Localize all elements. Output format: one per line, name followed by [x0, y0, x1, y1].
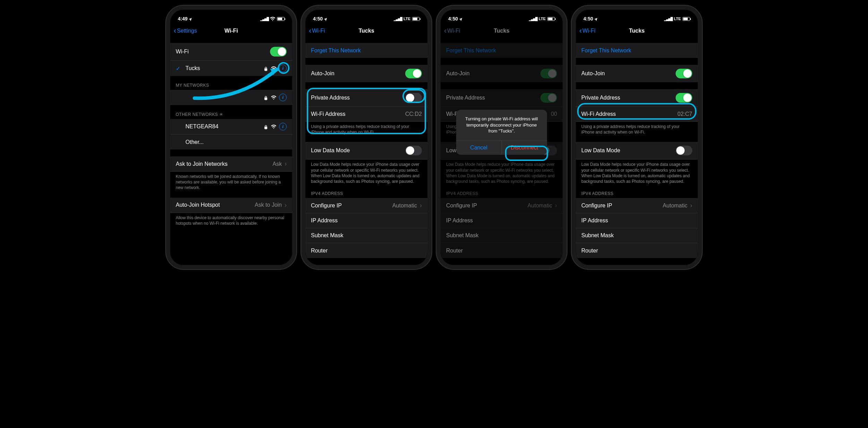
my-networks-header: MY NETWORKS — [170, 83, 292, 90]
chevron-right-icon: › — [555, 202, 557, 209]
chevron-right-icon: › — [285, 202, 287, 209]
autojoin-toggle — [540, 69, 557, 78]
auto-join-hotspot-row[interactable]: Auto-Join Hotspot Ask to Join› — [170, 198, 292, 213]
chevron-left-icon: ‹ — [309, 26, 311, 35]
mask-label: Subnet Mask — [446, 232, 478, 239]
low-data-label: Low Data Mode — [311, 147, 350, 154]
auto-join-row: Auto-Join — [305, 65, 427, 82]
status-time: 4:50 — [448, 16, 458, 22]
subnet-mask-row: Subnet Mask — [441, 228, 563, 243]
alert-dialog: Turning on private Wi-Fi address will te… — [456, 110, 547, 155]
chevron-left-icon: ‹ — [174, 26, 176, 35]
autojoin-toggle[interactable] — [676, 69, 692, 78]
forget-network-row[interactable]: Forget This Network — [576, 43, 698, 58]
lock-icon — [263, 94, 268, 101]
wifi-toggle-row: Wi-Fi — [170, 43, 292, 61]
configure-ip-row[interactable]: Configure IP Automatic› — [576, 198, 698, 213]
private-address-row: Private Address — [305, 89, 427, 107]
phone-1: 4:49 ‹Settings Wi-Fi Wi-Fi ✓Tucks i MY N… — [166, 6, 296, 269]
back-label: Settings — [177, 28, 197, 34]
back-button[interactable]: ‹Settings — [174, 26, 197, 35]
low-data-toggle[interactable] — [405, 146, 422, 155]
configure-ip-label: Configure IP — [446, 203, 477, 209]
private-address-label: Private Address — [581, 95, 620, 101]
private-address-footer: Using a private address helps reduce tra… — [305, 122, 427, 135]
connected-network-name: Tucks — [185, 65, 200, 71]
auto-join-row: Auto-Join — [576, 65, 698, 82]
notch — [200, 10, 262, 19]
page-title: Tucks — [629, 28, 644, 34]
back-button[interactable]: ‹Wi-Fi — [444, 26, 460, 35]
nav-bar: ‹Wi-Fi Tucks — [305, 24, 427, 38]
router-row: Router — [441, 243, 563, 258]
wifi-toggle[interactable] — [270, 47, 287, 57]
ask-to-join-row[interactable]: Ask to Join Networks Ask› — [170, 156, 292, 172]
mask-label: Subnet Mask — [311, 232, 343, 239]
page-title: Tucks — [494, 28, 509, 34]
low-data-row: Low Data Mode — [305, 142, 427, 160]
nav-bar: ‹Wi-Fi Tucks — [441, 24, 563, 38]
low-data-row: Low Data Mode — [576, 142, 698, 160]
low-data-label: Low Data Mode — [581, 147, 620, 154]
wifi-strength-icon — [271, 125, 276, 129]
connected-network-row[interactable]: ✓Tucks i — [170, 61, 292, 76]
other-network-row[interactable]: NETGEAR84 i — [170, 119, 292, 135]
back-button[interactable]: ‹Wi-Fi — [579, 26, 596, 35]
private-address-row: Private Address — [576, 89, 698, 107]
nav-bar: ‹Settings Wi-Fi — [170, 24, 292, 38]
ip-label: IP Address — [581, 217, 608, 224]
status-time: 4:50 — [313, 16, 323, 22]
private-address-toggle[interactable] — [405, 93, 422, 103]
ip-address-row: IP Address — [305, 213, 427, 228]
auto-join-row: Auto-Join — [441, 65, 563, 82]
configure-ip-label: Configure IP — [311, 203, 342, 209]
private-address-toggle[interactable] — [676, 93, 692, 103]
other-networks-header: OTHER NETWORKS — [170, 112, 292, 119]
subnet-mask-row: Subnet Mask — [576, 228, 698, 243]
ip-address-row: IP Address — [576, 213, 698, 228]
alert-disconnect-button[interactable]: Disconnect — [502, 141, 547, 155]
signal-icon — [260, 17, 268, 21]
router-label: Router — [581, 248, 598, 254]
notch — [470, 10, 533, 19]
wifi-address-label: Wi-Fi Address — [311, 111, 346, 117]
lock-icon — [263, 123, 268, 130]
info-icon[interactable]: i — [279, 94, 287, 101]
auto-hs-label: Auto-Join Hotspot — [176, 202, 220, 208]
page-title: Tucks — [358, 28, 374, 34]
low-data-footer: Low Data Mode helps reduce your iPhone d… — [576, 160, 698, 184]
router-label: Router — [311, 248, 328, 254]
private-address-label: Private Address — [311, 95, 350, 101]
autojoin-label: Auto-Join — [311, 70, 335, 77]
chevron-right-icon: › — [285, 160, 287, 168]
router-label: Router — [446, 248, 463, 254]
forget-network-row[interactable]: Forget This Network — [305, 43, 427, 58]
wifi-address-value: 02:C7 — [677, 111, 692, 117]
configure-ip-label: Configure IP — [581, 203, 612, 209]
private-address-row: Private Address — [441, 89, 563, 107]
configure-ip-row[interactable]: Configure IP Automatic› — [305, 198, 427, 213]
wifi-label: Wi-Fi — [176, 49, 189, 55]
forget-label: Forget This Network — [581, 48, 631, 54]
other-network-row[interactable]: Other... — [170, 135, 292, 149]
low-data-toggle[interactable] — [676, 146, 692, 155]
info-icon[interactable]: i — [279, 123, 287, 130]
battery-icon — [277, 17, 285, 21]
ip-address-row: IP Address — [441, 213, 563, 228]
autojoin-toggle[interactable] — [405, 69, 422, 78]
back-label: Wi-Fi — [312, 28, 325, 34]
configure-ip-row: Configure IP Automatic› — [441, 198, 563, 213]
my-network-row[interactable]: i — [170, 90, 292, 105]
lock-icon — [263, 65, 268, 71]
location-icon — [594, 16, 598, 22]
info-icon[interactable]: i — [279, 65, 287, 72]
notch — [606, 10, 668, 19]
location-icon — [459, 16, 462, 22]
alert-cancel-button[interactable]: Cancel — [456, 141, 502, 155]
back-button[interactable]: ‹Wi-Fi — [309, 26, 325, 35]
chevron-right-icon: › — [420, 202, 422, 209]
configure-ip-value: Automatic — [663, 203, 687, 209]
ip-label: IP Address — [446, 217, 473, 224]
router-row: Router — [576, 243, 698, 258]
auto-hs-value: Ask to Join — [255, 202, 282, 208]
